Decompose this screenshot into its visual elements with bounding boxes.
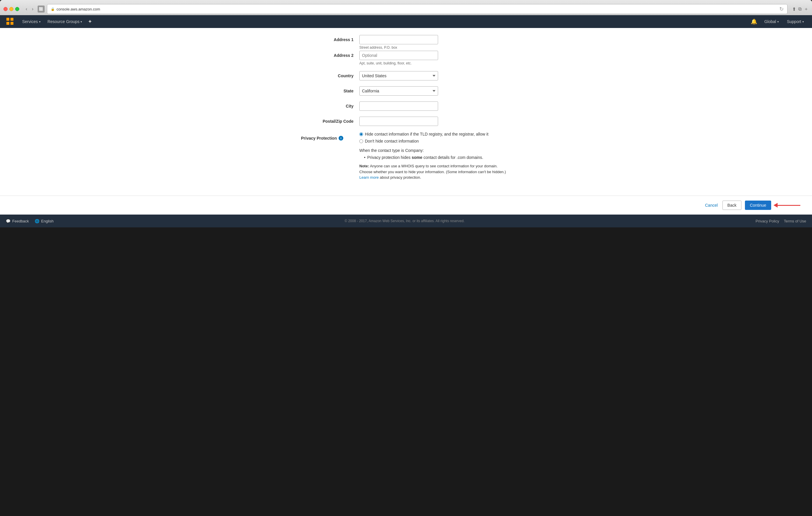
postal-field — [359, 117, 511, 126]
city-label: City — [301, 101, 359, 109]
cancel-button[interactable]: Cancel — [704, 201, 719, 210]
learn-more-link[interactable]: Learn more — [359, 175, 379, 180]
country-select[interactable]: United States Canada United Kingdom — [359, 71, 438, 81]
privacy-option1-radio[interactable] — [359, 132, 363, 136]
back-button[interactable]: Back — [722, 201, 742, 210]
close-button[interactable] — [3, 7, 7, 11]
global-label: Global — [764, 19, 776, 24]
forward-arrow[interactable]: › — [30, 6, 35, 12]
address2-row: Address 2 Apt, suite, unit, building, fl… — [301, 51, 511, 65]
nav-arrows: ‹ › — [24, 6, 35, 12]
address2-field: Apt, suite, unit, building, floor, etc. — [359, 51, 511, 65]
content-area: Address 1 Street address, P.O. box Addre… — [0, 28, 812, 195]
svg-rect-1 — [6, 18, 9, 21]
form-section: Address 1 Street address, P.O. box Addre… — [295, 35, 517, 180]
notifications-icon[interactable]: 🔔 — [748, 18, 759, 25]
whois-note: Note: Anyone can use a WHOIS query to se… — [359, 163, 511, 180]
resource-groups-chevron: ▾ — [81, 20, 82, 23]
learn-more-suffix: about privacy protection. — [380, 175, 421, 180]
privacy-option1-label[interactable]: Hide contact information if the TLD regi… — [359, 132, 511, 136]
state-label: State — [301, 86, 359, 93]
services-label: Services — [22, 19, 38, 24]
support-label: Support — [787, 19, 801, 24]
terms-of-use-link[interactable]: Terms of Use — [784, 219, 806, 223]
language-selector[interactable]: 🌐 English — [35, 219, 54, 223]
share-icon[interactable]: ⬆ — [792, 6, 796, 12]
privacy-section: Hide contact information if the TLD regi… — [359, 132, 511, 180]
privacy-label-cell: Privacy Protection i — [301, 132, 359, 141]
address1-input[interactable] — [359, 35, 438, 44]
privacy-company-note: When the contact type is Company: • Priv… — [359, 148, 511, 160]
aws-logo[interactable] — [5, 16, 15, 27]
company-note-heading: When the contact type is Company: — [359, 148, 511, 153]
resource-groups-nav-item[interactable]: Resource Groups ▾ — [44, 15, 86, 28]
svg-rect-0 — [5, 16, 15, 27]
state-select[interactable]: California New York Texas — [359, 86, 438, 96]
privacy-label-text: Privacy Protection — [301, 136, 337, 141]
state-field: California New York Texas — [359, 86, 511, 96]
global-nav-item[interactable]: Global ▾ — [761, 15, 782, 28]
address2-hint: Apt, suite, unit, building, floor, etc. — [359, 61, 511, 65]
postal-label: Postal/Zip Code — [301, 117, 359, 124]
feedback-label: Feedback — [12, 219, 29, 223]
postal-row: Postal/Zip Code — [301, 117, 511, 126]
address2-label: Address 2 — [301, 51, 359, 58]
footer-copyright: © 2008 - 2017, Amazon Web Services, Inc.… — [54, 219, 756, 223]
bullet-dot: • — [364, 155, 366, 160]
traffic-lights — [3, 7, 19, 11]
privacy-option2-label[interactable]: Don't hide contact information — [359, 139, 511, 144]
services-nav-item[interactable]: Services ▾ — [19, 15, 44, 28]
feedback-button[interactable]: 💬 Feedback — [6, 219, 29, 223]
city-row: City — [301, 101, 511, 111]
back-arrow[interactable]: ‹ — [24, 6, 29, 12]
bullet-text: Privacy protection hides some contact de… — [367, 155, 483, 160]
arrow-indicator — [777, 205, 800, 206]
privacy-bullet: • Privacy protection hides some contact … — [364, 155, 511, 160]
privacy-option1-text: Hide contact information if the TLD regi… — [365, 132, 489, 136]
privacy-info-icon[interactable]: i — [339, 136, 343, 141]
global-chevron: ▾ — [777, 20, 779, 23]
svg-rect-4 — [10, 22, 13, 25]
reload-icon[interactable]: ↻ — [779, 6, 784, 12]
english-label: English — [41, 219, 54, 223]
privacy-policy-link[interactable]: Privacy Policy — [756, 219, 779, 223]
city-field — [359, 101, 511, 111]
address2-input[interactable] — [359, 51, 438, 60]
footer-right: Privacy Policy Terms of Use — [756, 219, 807, 223]
duplicate-icon[interactable]: ⧉ — [798, 6, 802, 12]
whois-note-label: Note: — [359, 164, 369, 168]
resource-groups-label: Resource Groups — [48, 19, 80, 24]
postal-input[interactable] — [359, 117, 438, 126]
main-content: Address 1 Street address, P.O. box Addre… — [0, 28, 812, 215]
minimize-button[interactable] — [9, 7, 13, 11]
country-field: United States Canada United Kingdom — [359, 71, 511, 81]
privacy-option2-radio[interactable] — [359, 139, 363, 143]
svg-rect-3 — [6, 22, 9, 25]
favorites-icon[interactable]: ✦ — [85, 18, 94, 25]
country-row: Country United States Canada United King… — [301, 71, 511, 81]
address1-field: Street address, P.O. box — [359, 35, 511, 50]
url-bar[interactable]: 🔒 console.aws.amazon.com ↻ — [47, 4, 787, 14]
url-text: console.aws.amazon.com — [57, 7, 100, 11]
tab-icon: ⬜ — [38, 5, 45, 12]
bullet-bold: some — [411, 155, 422, 160]
radio-group: Hide contact information if the TLD regi… — [359, 132, 511, 144]
city-input[interactable] — [359, 101, 438, 111]
address1-label: Address 1 — [301, 35, 359, 42]
browser-actions: ⬆ ⧉ ＋ — [792, 6, 809, 12]
aws-navbar: Services ▾ Resource Groups ▾ ✦ 🔔 Global … — [0, 15, 812, 28]
state-row: State California New York Texas — [301, 86, 511, 96]
nav-right: 🔔 Global ▾ Support ▾ — [748, 15, 807, 28]
services-chevron: ▾ — [39, 20, 40, 23]
address1-hint: Street address, P.O. box — [359, 45, 511, 50]
continue-button[interactable]: Continue — [745, 201, 771, 210]
privacy-option2-text: Don't hide contact information — [365, 139, 419, 144]
maximize-button[interactable] — [15, 7, 19, 11]
footer: 💬 Feedback 🌐 English © 2008 - 2017, Amaz… — [0, 215, 812, 227]
svg-rect-2 — [10, 18, 13, 21]
footer-left: 💬 Feedback 🌐 English — [6, 219, 54, 223]
action-bar: Cancel Back Continue — [0, 195, 812, 215]
support-nav-item[interactable]: Support ▾ — [783, 15, 807, 28]
new-tab-icon[interactable]: ＋ — [804, 6, 809, 12]
privacy-row: Privacy Protection i Hide contact inform… — [301, 132, 511, 180]
